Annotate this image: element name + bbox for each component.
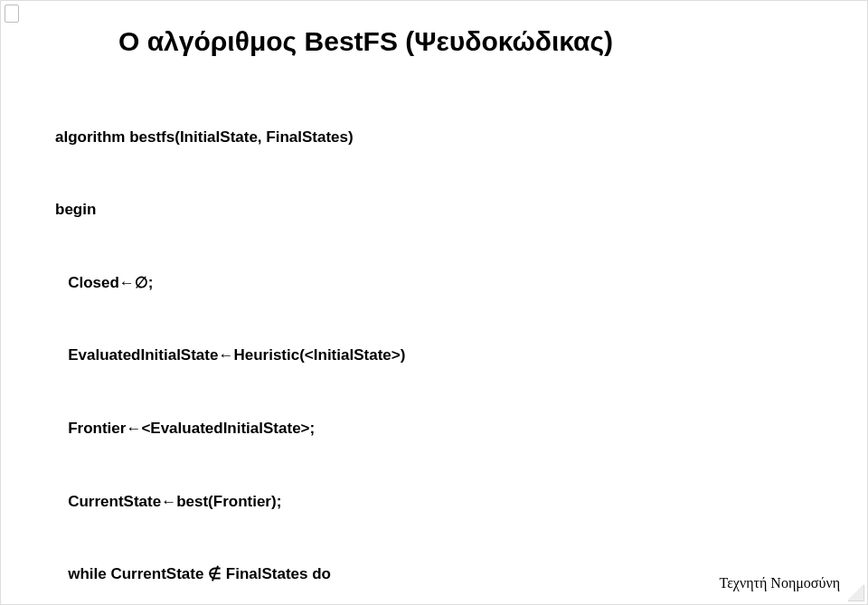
code-line: Frontier←<EvaluatedInitialState>; [55, 417, 813, 441]
footer-text: Τεχνητή Νοημοσύνη [719, 575, 840, 591]
code-line: begin [55, 198, 813, 222]
pseudocode-block: algorithm bestfs(InitialState, FinalStat… [55, 77, 813, 605]
code-line: while CurrentState ∉ FinalStates do [55, 562, 813, 587]
code-line: Closed←∅; [55, 271, 813, 296]
code-line: algorithm bestfs(InitialState, FinalStat… [55, 126, 813, 150]
slide-title: Ο αλγόριθμος BestFS (Ψευδοκώδικας) [118, 26, 813, 57]
slide: Ο αλγόριθμος BestFS (Ψευδοκώδικας) algor… [0, 0, 868, 605]
code-line: CurrentState←best(Frontier); [55, 490, 813, 515]
corner-decoration-bottom-right [847, 584, 863, 600]
corner-decoration-top-left [5, 5, 19, 23]
code-line: EvaluatedInitialState←Heuristic(<Initial… [55, 344, 813, 368]
